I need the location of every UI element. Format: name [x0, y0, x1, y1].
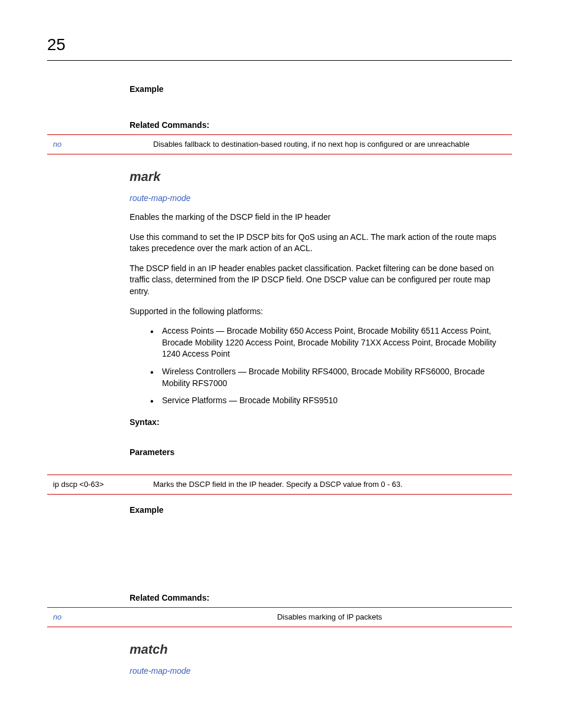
- params-table-row: ip dscp <0-63> Marks the DSCP field in t…: [47, 475, 512, 495]
- mark-heading: mark: [130, 169, 512, 185]
- route-map-mode-link[interactable]: route-map-mode: [130, 193, 512, 203]
- match-heading: match: [130, 642, 512, 657]
- syntax-label: Syntax:: [130, 417, 512, 427]
- related-table-desc: Disables marking of IP packets: [153, 612, 512, 621]
- list-item: Access Points — Brocade Mobility 650 Acc…: [162, 325, 512, 360]
- platform-list: Access Points — Brocade Mobility 650 Acc…: [130, 325, 512, 407]
- paragraph: The DSCP field in an IP header enables p…: [130, 263, 512, 298]
- related-table-row: no Disables fallback to destination-base…: [47, 134, 512, 154]
- page-rule: [47, 60, 512, 61]
- related-table-cmd[interactable]: no: [47, 140, 153, 149]
- page-number: 25: [47, 35, 512, 54]
- related-table-desc: Disables fallback to destination-based r…: [153, 140, 512, 149]
- related-table-row: no Disables marking of IP packets: [47, 607, 512, 627]
- related-commands-label: Related Commands:: [130, 593, 512, 602]
- related-table-cmd[interactable]: no: [47, 612, 153, 621]
- paragraph: Enables the marking of the DSCP field in…: [130, 212, 512, 223]
- example-label: Example: [130, 84, 512, 94]
- related-commands-label: Related Commands:: [130, 120, 512, 130]
- list-item: Service Platforms — Brocade Mobility RFS…: [162, 395, 512, 407]
- parameters-label: Parameters: [130, 447, 512, 457]
- params-table-desc: Marks the DSCP field in the IP header. S…: [153, 480, 512, 489]
- example-label: Example: [130, 505, 512, 515]
- paragraph: Use this command to set the IP DSCP bits…: [130, 232, 512, 255]
- params-table-param: ip dscp <0-63>: [47, 480, 153, 489]
- route-map-mode-link[interactable]: route-map-mode: [130, 666, 512, 676]
- paragraph: Supported in the following platforms:: [130, 306, 512, 318]
- list-item: Wireless Controllers — Brocade Mobility …: [162, 366, 512, 389]
